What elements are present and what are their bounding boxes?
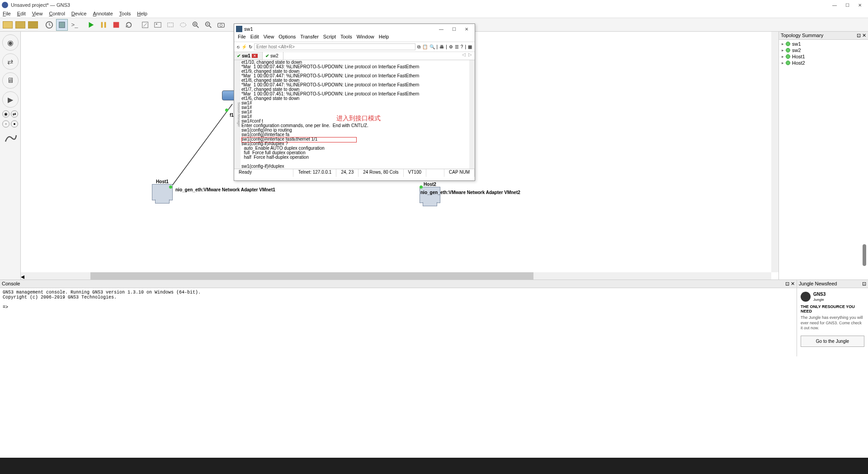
minimize-button[interactable]: — <box>828 1 841 9</box>
snapshot-button[interactable] <box>43 19 55 31</box>
image-button[interactable] <box>152 19 164 31</box>
show-interfaces-button[interactable] <box>56 19 68 31</box>
tree-item-host2[interactable]: ▸Host2 <box>779 60 868 66</box>
svg-rect-2 <box>101 22 103 28</box>
host1-node[interactable]: Host1 <box>152 179 173 200</box>
status-dot-icon <box>786 54 790 59</box>
tmenu-options[interactable]: Options <box>278 34 296 42</box>
menu-view[interactable]: View <box>32 11 43 17</box>
browse-button[interactable]: ⇄ <box>11 110 18 118</box>
term-maximize-button[interactable]: ☐ <box>448 25 460 33</box>
terminal-title: sw1 <box>244 26 253 32</box>
security-category[interactable]: ▶ <box>2 91 19 108</box>
svg-point-13 <box>220 24 222 26</box>
start-button[interactable] <box>85 19 97 31</box>
annotate-button[interactable] <box>139 19 151 31</box>
topology-summary-panel: Topology Summary ⊡ ✕ ▸sw1 ▸sw2 ▸Host1 ▸H… <box>778 32 868 280</box>
link-tool[interactable] <box>2 130 19 147</box>
canvas-scroll-v[interactable] <box>771 32 778 272</box>
menu-device[interactable]: Device <box>71 11 87 17</box>
reconnect-icon[interactable]: ↻ <box>249 44 252 49</box>
tree-item-sw1[interactable]: ▸sw1 <box>779 41 868 47</box>
paste-icon[interactable]: 📋 <box>422 44 428 49</box>
connect-icon[interactable]: ⎋ <box>237 44 240 49</box>
status-ready: Ready <box>234 169 293 177</box>
canvas-scroll-h[interactable]: ◂ <box>21 272 771 280</box>
device-small-1[interactable]: ▫ <box>2 120 9 128</box>
routers-category[interactable]: ◉ <box>2 34 19 51</box>
sessions-icon[interactable]: ▦ <box>468 44 472 49</box>
reload-button[interactable] <box>123 19 135 31</box>
panel-close-icon[interactable]: ✕ <box>791 281 795 286</box>
session-manager-tab[interactable]: Session Manager <box>234 60 241 169</box>
menu-control[interactable]: Control <box>49 11 65 17</box>
options-icon[interactable]: ☰ <box>455 44 459 49</box>
all-devices-button[interactable]: ◉ <box>2 110 9 118</box>
open-project-button[interactable] <box>14 19 26 31</box>
svg-rect-8 <box>168 23 174 27</box>
menu-help[interactable]: Help <box>137 11 147 17</box>
quick-connect-icon[interactable]: ⚡ <box>241 44 247 49</box>
tmenu-transfer[interactable]: Transfer <box>300 34 319 42</box>
print-icon[interactable]: 🖶 <box>439 44 444 49</box>
console-button[interactable]: >_ <box>69 19 80 31</box>
tmenu-window[interactable]: Window <box>357 34 374 42</box>
tmenu-tools[interactable]: Tools <box>340 34 352 42</box>
tree-item-host1[interactable]: ▸Host1 <box>779 53 868 60</box>
taskbar[interactable] <box>0 458 868 474</box>
new-project-button[interactable] <box>2 19 14 31</box>
go-to-jungle-button[interactable]: Go to the Jungle <box>801 336 864 347</box>
copy-icon[interactable]: ⧉ <box>417 44 420 50</box>
ellipse-button[interactable] <box>177 19 189 31</box>
topology-title: Topology Summary <box>781 33 823 38</box>
pause-button[interactable] <box>98 19 109 31</box>
tmenu-help[interactable]: Help <box>379 34 389 42</box>
panel-undock-icon[interactable]: ⊡ <box>862 281 866 287</box>
svg-rect-6 <box>155 22 161 27</box>
rect-button[interactable] <box>165 19 176 31</box>
tmenu-file[interactable]: File <box>238 34 246 42</box>
tree-item-sw2[interactable]: ▸sw2 <box>779 47 868 53</box>
status-dot-icon <box>786 48 790 52</box>
news-text: The Jungle has everything you will ever … <box>801 315 864 331</box>
maximize-button[interactable]: ☐ <box>841 1 854 9</box>
tab-next-icon[interactable]: ▷ <box>468 52 472 60</box>
tmenu-edit[interactable]: Edit <box>250 34 259 42</box>
menu-edit[interactable]: Edit <box>17 11 26 17</box>
panel-undock-icon[interactable]: ⊡ <box>857 33 861 38</box>
term-close-button[interactable]: ✕ <box>460 25 473 33</box>
console-output[interactable]: GNS3 management console. Running GNS3 ve… <box>0 288 797 356</box>
tmenu-view[interactable]: View <box>264 34 274 42</box>
zoom-out-button[interactable] <box>203 19 214 31</box>
host-input[interactable] <box>254 43 415 50</box>
menu-tools[interactable]: Tools <box>119 11 131 17</box>
panel-undock-icon[interactable]: ⊡ <box>785 281 789 286</box>
host1-label: Host1 <box>156 179 169 184</box>
tmenu-script[interactable]: Script <box>323 34 336 42</box>
zoom-in-button[interactable] <box>190 19 202 31</box>
help-icon[interactable]: ? <box>461 44 463 49</box>
switches-category[interactable]: ⇄ <box>2 53 19 70</box>
tab-sw1[interactable]: ✔sw1✕ <box>234 52 263 60</box>
settings-icon[interactable]: ⚙ <box>449 44 453 49</box>
tab-sw2[interactable]: ✔sw2 <box>263 52 283 60</box>
terminal-scroll[interactable] <box>469 60 475 169</box>
hosts-category[interactable]: 🖥 <box>2 72 19 89</box>
term-minimize-button[interactable]: — <box>435 25 448 33</box>
tab-close-icon[interactable]: ✕ <box>252 54 258 58</box>
terminal-toolbar: ⎋ ⚡ ↻ ⧉ 📋 🔍 | 🖶 | ⚙ ☰ ? | ▦ <box>234 42 475 52</box>
close-button[interactable]: ✕ <box>854 1 866 9</box>
right-vscroll-thumb[interactable] <box>863 244 866 266</box>
screenshot-button[interactable] <box>215 19 227 31</box>
news-title: Jungle Newsfeed <box>799 281 837 287</box>
host2-label: Host2 <box>424 182 436 187</box>
menu-file[interactable]: File <box>3 11 11 17</box>
find-icon[interactable]: 🔍 <box>429 44 435 49</box>
device-small-2[interactable]: ● <box>11 120 18 128</box>
panel-close-icon[interactable]: ✕ <box>862 33 866 38</box>
tab-prev-icon[interactable]: ◁ <box>462 52 466 60</box>
save-project-button[interactable] <box>27 19 39 31</box>
menu-annotate[interactable]: Annotate <box>93 11 113 17</box>
terminal-statusbar: Ready Telnet: 127.0.0.1 24, 23 24 Rows, … <box>234 169 475 177</box>
stop-button[interactable] <box>110 19 122 31</box>
